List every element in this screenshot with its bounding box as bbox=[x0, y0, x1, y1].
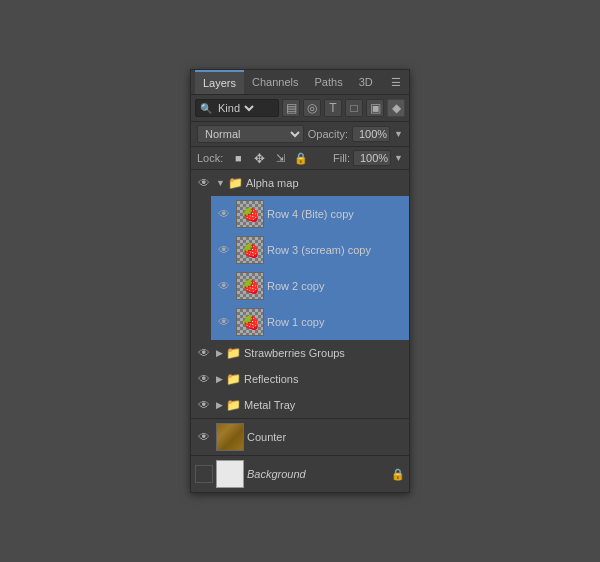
adjustment-filter-icon[interactable]: ◎ bbox=[303, 99, 321, 117]
row3-label: Row 3 (scream) copy bbox=[267, 244, 405, 256]
strawberries-expand-icon[interactable]: ▶ bbox=[216, 348, 223, 358]
fill-label: Fill: bbox=[333, 152, 350, 164]
row2-eye-icon[interactable]: 👁 bbox=[215, 277, 233, 295]
reflections-label: Reflections bbox=[244, 373, 405, 385]
layer-counter[interactable]: 👁 Counter bbox=[191, 419, 409, 455]
background-visibility-checkbox[interactable] bbox=[195, 465, 213, 483]
lock-pixels-icon[interactable]: ■ bbox=[229, 150, 247, 166]
counter-thumbnail bbox=[216, 423, 244, 451]
strawberries-label: Strawberries Groups bbox=[244, 347, 405, 359]
layer-row-4bite[interactable]: 👁 🍓 Row 4 (Bite) copy bbox=[211, 196, 409, 232]
group-metal-tray[interactable]: 👁 ▶ 📁 Metal Tray bbox=[191, 392, 409, 418]
layers-list: 👁 ▼ 📁 Alpha map 👁 🍓 Row 4 (Bite) copy 👁 … bbox=[191, 170, 409, 492]
fill-dropdown-icon[interactable]: ▼ bbox=[394, 153, 403, 163]
lock-position-icon[interactable]: ✥ bbox=[250, 150, 268, 166]
opacity-label: Opacity: bbox=[308, 128, 348, 140]
background-lock-icon: 🔒 bbox=[391, 468, 405, 481]
strawberries-eye-icon[interactable]: 👁 bbox=[195, 344, 213, 362]
layer-background[interactable]: Background 🔒 bbox=[191, 456, 409, 492]
metal-tray-label: Metal Tray bbox=[244, 399, 405, 411]
tab-channels[interactable]: Channels bbox=[244, 71, 306, 93]
pixel-filter-icon[interactable]: ▤ bbox=[282, 99, 300, 117]
row2-thumbnail: 🍓 bbox=[236, 272, 264, 300]
tab-paths[interactable]: Paths bbox=[307, 71, 351, 93]
layer-row-1[interactable]: 👁 🍓 Row 1 copy bbox=[211, 304, 409, 340]
layers-panel: Layers Channels Paths 3D ☰ 🔍 Kind ▤ ◎ T … bbox=[190, 69, 410, 493]
group-strawberries[interactable]: 👁 ▶ 📁 Strawberries Groups bbox=[191, 340, 409, 366]
group-reflections[interactable]: 👁 ▶ 📁 Reflections bbox=[191, 366, 409, 392]
type-filter-icon[interactable]: T bbox=[324, 99, 342, 117]
smart-filter-icon[interactable]: ▣ bbox=[366, 99, 384, 117]
kind-search: 🔍 Kind bbox=[195, 99, 279, 117]
layer-row-3scream[interactable]: 👁 🍓 Row 3 (scream) copy bbox=[211, 232, 409, 268]
fill-input[interactable] bbox=[353, 150, 391, 166]
row1-thumbnail: 🍓 bbox=[236, 308, 264, 336]
filter-icons: ▤ ◎ T □ ▣ bbox=[282, 99, 384, 117]
filter-bar: 🔍 Kind ▤ ◎ T □ ▣ ◆ bbox=[191, 95, 409, 122]
lock-icons: ■ ✥ ⇲ 🔒 bbox=[229, 150, 310, 166]
metal-tray-expand-icon[interactable]: ▶ bbox=[216, 400, 223, 410]
search-icon: 🔍 bbox=[200, 103, 212, 114]
opacity-input[interactable] bbox=[352, 126, 390, 142]
alpha-map-eye-icon[interactable]: 👁 bbox=[195, 174, 213, 192]
alpha-map-label: Alpha map bbox=[246, 177, 405, 189]
blend-mode-select[interactable]: Normal bbox=[197, 125, 304, 143]
row3-eye-icon[interactable]: 👁 bbox=[215, 241, 233, 259]
filter-toggle-icon[interactable]: ◆ bbox=[387, 99, 405, 117]
strawberries-folder-icon: 📁 bbox=[226, 346, 241, 360]
layer-row-2[interactable]: 👁 🍓 Row 2 copy bbox=[211, 268, 409, 304]
blend-row: Normal Opacity: ▼ bbox=[191, 122, 409, 147]
group-alpha-map[interactable]: 👁 ▼ 📁 Alpha map bbox=[191, 170, 409, 196]
background-label: Background bbox=[247, 468, 388, 480]
lock-all-icon[interactable]: 🔒 bbox=[292, 150, 310, 166]
kind-select[interactable]: Kind bbox=[214, 101, 257, 115]
metal-tray-eye-icon[interactable]: 👁 bbox=[195, 396, 213, 414]
opacity-dropdown-icon[interactable]: ▼ bbox=[394, 129, 403, 139]
row1-label: Row 1 copy bbox=[267, 316, 405, 328]
metal-tray-folder-icon: 📁 bbox=[226, 398, 241, 412]
counter-eye-icon[interactable]: 👁 bbox=[195, 428, 213, 446]
lock-row: Lock: ■ ✥ ⇲ 🔒 Fill: ▼ bbox=[191, 147, 409, 170]
alpha-map-folder-icon: 📁 bbox=[228, 176, 243, 190]
alpha-map-collapse-icon[interactable]: ▼ bbox=[216, 178, 225, 188]
counter-label: Counter bbox=[247, 431, 405, 443]
row3-thumbnail: 🍓 bbox=[236, 236, 264, 264]
fill-group: Fill: ▼ bbox=[333, 150, 403, 166]
reflections-expand-icon[interactable]: ▶ bbox=[216, 374, 223, 384]
reflections-folder-icon: 📁 bbox=[226, 372, 241, 386]
shape-filter-icon[interactable]: □ bbox=[345, 99, 363, 117]
row1-eye-icon[interactable]: 👁 bbox=[215, 313, 233, 331]
tab-layers[interactable]: Layers bbox=[195, 70, 244, 94]
lock-move-icon[interactable]: ⇲ bbox=[271, 150, 289, 166]
row2-label: Row 2 copy bbox=[267, 280, 405, 292]
reflections-eye-icon[interactable]: 👁 bbox=[195, 370, 213, 388]
lock-label: Lock: bbox=[197, 152, 223, 164]
row4-eye-icon[interactable]: 👁 bbox=[215, 205, 233, 223]
row4-label: Row 4 (Bite) copy bbox=[267, 208, 405, 220]
tab-bar: Layers Channels Paths 3D ☰ bbox=[191, 70, 409, 95]
row4-thumbnail: 🍓 bbox=[236, 200, 264, 228]
panel-menu-icon[interactable]: ☰ bbox=[387, 72, 405, 93]
tab-3d[interactable]: 3D bbox=[351, 71, 381, 93]
background-thumbnail bbox=[216, 460, 244, 488]
